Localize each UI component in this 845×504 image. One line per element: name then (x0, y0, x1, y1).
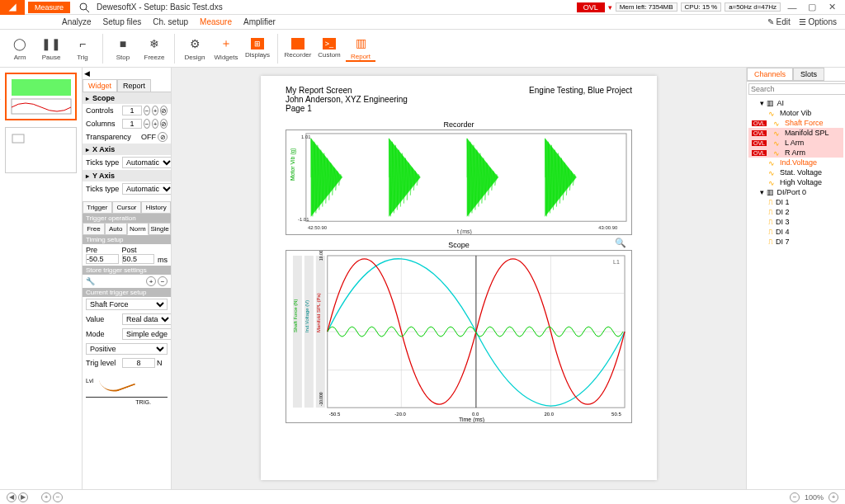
triglevel-input[interactable] (122, 358, 155, 368)
section-scope[interactable]: Scope (83, 92, 171, 104)
recorder-title: Recorder (286, 120, 632, 130)
menu-amplifier[interactable]: Amplifier (243, 17, 276, 26)
columns-input[interactable] (122, 119, 142, 129)
close-button[interactable]: ✕ (824, 2, 840, 12)
mode-norm[interactable]: Norm (127, 223, 149, 235)
tab-cursor[interactable]: Cursor (112, 201, 142, 214)
svg-text:Manifold SPL (Pa): Manifold SPL (Pa) (316, 293, 321, 332)
freeze-icon: ❄ (146, 35, 163, 52)
report-page[interactable]: My Report Screen John Anderson, XYZ Engi… (261, 76, 657, 480)
svg-text:10.000: 10.000 (319, 251, 323, 261)
trigger-preview: Lvl TRIG. (86, 373, 168, 398)
design-button[interactable]: ⚙Design (180, 35, 210, 61)
zoom-in-icon-2[interactable]: + (828, 492, 838, 502)
reset-icon[interactable]: ⊘ (160, 106, 168, 115)
nav-back-icon[interactable]: ◀ (84, 69, 90, 78)
displays-button[interactable]: ⊞Displays (243, 38, 272, 59)
trigger-value-select[interactable]: Real data (122, 313, 172, 325)
ch-stat-voltage[interactable]: ∿Stat. Voltage (748, 167, 843, 177)
trigger-polarity-select[interactable]: Positive (86, 343, 168, 355)
nav-first-icon[interactable]: ◀ (7, 492, 17, 502)
widgets-button[interactable]: ＋Widgets (211, 35, 241, 61)
zoom-out-icon[interactable]: − (53, 492, 63, 502)
scope-chart[interactable]: 🔍 Shaft Force (286, 250, 632, 423)
edit-button[interactable]: ✎ Edit (767, 17, 791, 26)
plus-icon: ＋ (218, 35, 234, 52)
ch-motor-vib[interactable]: ∿Motor Vib (748, 108, 843, 118)
svg-rect-3 (12, 99, 71, 114)
tab-report[interactable]: Report (117, 79, 151, 92)
mode-single[interactable]: Single (149, 223, 171, 235)
tab-channels[interactable]: Channels (747, 68, 793, 81)
toggle-icon[interactable]: ⊘ (158, 132, 168, 142)
ch-di2[interactable]: ⎍ DI 2 (748, 207, 843, 217)
mode-free[interactable]: Free (83, 223, 105, 235)
channels-panel: Channels Slots 🔍▾ ▾ ▥ AI ∿Motor Vib OVL∿… (746, 68, 845, 489)
ch-r-arm[interactable]: OVL∿R Arm (748, 148, 843, 158)
section-xaxis[interactable]: X Axis (83, 144, 171, 155)
dec-icon[interactable]: − (144, 106, 150, 115)
search-input[interactable] (748, 83, 845, 95)
controls-input[interactable] (122, 106, 142, 115)
group-di[interactable]: ▾ ▥ DI/Port 0 (748, 187, 843, 197)
ch-di7[interactable]: ⎍ DI 7 (748, 237, 843, 247)
menu-setup-files[interactable]: Setup files (103, 17, 142, 26)
tab-widget[interactable]: Widget (83, 79, 117, 92)
ch-l-arm[interactable]: OVL∿L Arm (748, 138, 843, 148)
ch-ind-voltage[interactable]: ∿Ind.Voltage (748, 158, 843, 167)
yticks-select[interactable]: Automatic (122, 183, 172, 195)
report-canvas[interactable]: My Report Screen John Anderson, XYZ Engi… (172, 68, 746, 489)
maximize-button[interactable]: ▢ (804, 2, 820, 12)
store-icon[interactable]: 🔧 (86, 277, 95, 285)
custom-tab[interactable]: >_Custom (314, 38, 344, 59)
xticks-select[interactable]: Automatic (122, 157, 172, 168)
dropdown-icon[interactable]: ▾ (608, 3, 612, 12)
svg-text:Time (ms): Time (ms) (459, 417, 484, 422)
group-ai[interactable]: ▾ ▥ AI (748, 98, 843, 108)
svg-text:-1.01: -1.01 (298, 217, 309, 222)
freeze-button[interactable]: ❄Freeze (139, 35, 169, 61)
report-tab[interactable]: ▥Report (346, 35, 375, 62)
zoom-out-icon-2[interactable]: − (790, 492, 800, 502)
zoom-in-icon[interactable]: + (41, 492, 51, 502)
minimize-button[interactable]: — (784, 2, 800, 12)
gear-icon: ⚙ (186, 35, 203, 52)
pause-button[interactable]: ❚❚Pause (36, 35, 66, 61)
pre-input[interactable] (86, 254, 119, 264)
nav-prev-icon[interactable]: ▶ (18, 492, 28, 502)
page-thumb-2[interactable]: 2 (5, 127, 77, 173)
trig-button[interactable]: ⌐Trig (68, 35, 97, 61)
section-yaxis[interactable]: Y Axis (83, 170, 171, 181)
post-input[interactable] (122, 254, 155, 264)
report-author: John Anderson, XYZ Engineering (286, 95, 408, 104)
inc-icon[interactable]: + (152, 106, 158, 115)
report-project: Engine Testing, Blue Project (529, 86, 632, 113)
menu-measure[interactable]: Measure (200, 17, 232, 26)
ch-manifold-spl[interactable]: OVL∿Manifold SPL (748, 128, 843, 138)
ch-high-voltage[interactable]: ∿High Voltage (748, 177, 843, 187)
mode-auto[interactable]: Auto (105, 223, 127, 235)
search-icon[interactable] (77, 0, 92, 15)
menu-ch-setup[interactable]: Ch. setup (153, 17, 188, 26)
tab-history[interactable]: History (141, 201, 171, 214)
options-button[interactable]: ☰ Options (799, 17, 837, 26)
report-title: My Report Screen (286, 86, 408, 95)
trigger-mode-select[interactable]: Simple edge (122, 328, 172, 340)
ch-shaft-force[interactable]: OVL∿Shaft Force (748, 118, 843, 128)
menu-analyze[interactable]: Analyze (62, 17, 92, 26)
ch-di4[interactable]: ⎍ DI 4 (748, 227, 843, 237)
tab-trigger[interactable]: Trigger (83, 201, 112, 214)
page-thumb-1[interactable]: 1 (5, 73, 77, 120)
measure-mode-button[interactable]: Measure (28, 2, 70, 13)
recorder-tab[interactable]: Recorder (283, 38, 313, 59)
stop-button[interactable]: ■Stop (108, 35, 138, 61)
arm-button[interactable]: ◯Arm (5, 35, 35, 61)
trigger-source-select[interactable]: Shaft Force (86, 299, 168, 310)
ch-di1[interactable]: ⎍ DI 1 (748, 197, 843, 207)
magnify-icon[interactable]: 🔍 (615, 238, 626, 248)
ch-di3[interactable]: ⎍ DI 3 (748, 217, 843, 227)
recorder-chart[interactable]: Motor Vib (g) 1.01 -1.01 42:50.90 43:00.… (286, 130, 632, 235)
svg-text:-20.0: -20.0 (394, 412, 406, 417)
tab-slots[interactable]: Slots (793, 68, 824, 81)
stop-icon: ■ (115, 35, 131, 52)
